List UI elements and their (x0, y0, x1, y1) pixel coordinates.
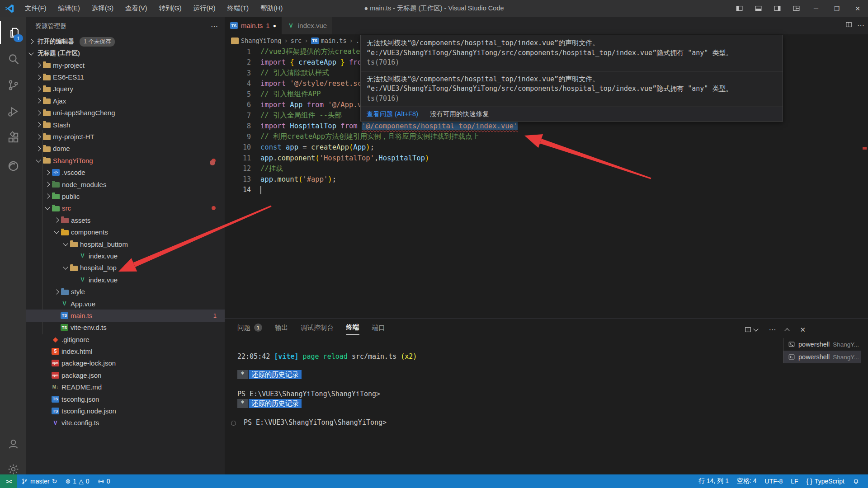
layout-panel-icon[interactable] (749, 0, 768, 17)
menu-item[interactable]: 选择(S) (87, 2, 118, 14)
activity-item-account[interactable] (0, 432, 26, 455)
status-right-item-3[interactable]: LF (787, 474, 802, 488)
terminal-instance-1[interactable]: powershellShangY... (783, 338, 861, 351)
broadcast-icon (98, 478, 104, 485)
tree-item-hospital_buttom[interactable]: hospital_buttom (26, 238, 225, 250)
status-right-item-2[interactable]: UTF-8 (761, 474, 787, 488)
menu-item[interactable]: 运行(R) (188, 2, 220, 14)
tree-item-Jquery[interactable]: Jquery (26, 83, 225, 95)
menu-item[interactable]: 帮助(H) (255, 2, 288, 14)
tree-item-hospital_top[interactable]: hospital_top (26, 262, 225, 274)
editor-more-icon[interactable]: ⋯ (857, 21, 864, 30)
maximize-button[interactable]: ❐ (826, 0, 847, 17)
split-editor-icon[interactable] (845, 21, 853, 30)
terminal-output[interactable]: 22:05:42 [vite] page reload src/main.ts … (237, 319, 775, 475)
tree-item-assets[interactable]: assets (26, 214, 225, 226)
tree-item-vite.config.ts[interactable]: Vvite.config.ts (26, 417, 225, 429)
status-right-item-1[interactable]: 空格: 4 (733, 474, 761, 488)
tree-item-package-lock.json[interactable]: npmpackage-lock.json (26, 357, 225, 369)
tree-item-public[interactable]: public (26, 190, 225, 202)
workspace-section[interactable]: 无标题 (工作区) (26, 47, 225, 59)
menu-item[interactable]: 查看(V) (120, 2, 152, 14)
panel-close-icon[interactable]: ✕ (800, 326, 806, 334)
tree-item-index.vue[interactable]: Vindex.vue (26, 274, 225, 286)
customize-layout-icon[interactable] (787, 0, 806, 17)
tree-item-vite-env.d.ts[interactable]: TSvite-env.d.ts (26, 322, 225, 333)
tree-item-README.md[interactable]: M↓README.md (26, 381, 225, 393)
sidebar-more-icon[interactable]: ⋯ (211, 22, 218, 31)
tree-item-.gitignore[interactable]: ◆.gitignore (26, 333, 225, 345)
code-line[interactable]: 14 (225, 185, 868, 196)
tab-index_vue[interactable]: Vindex.vue (282, 17, 333, 34)
minimize-button[interactable]: ─ (806, 0, 826, 17)
tree-item-node_modules[interactable]: node_modules (26, 178, 225, 190)
editor-scrollbar[interactable] (862, 35, 868, 315)
activity-item-explorer[interactable]: 1 (0, 21, 27, 44)
tree-item-main.ts[interactable]: TSmain.ts1 (26, 310, 225, 321)
tree-item-Ajax[interactable]: Ajax (26, 95, 225, 107)
terminal-line-prompt-1: PS E:\VUE3\ShangYiTong\ShangYiTong> (237, 390, 380, 398)
breadcrumb[interactable]: ShangYiTong›src›TSmain.ts›.. (231, 36, 363, 46)
tree-item-dome[interactable]: dome (26, 143, 225, 155)
tree-item-ES6-ES11[interactable]: ES6-ES11 (26, 71, 225, 83)
restore-history-button[interactable]: 还原的历史记录 (249, 399, 302, 408)
status-right-item-0[interactable]: 行 14, 列 1 (694, 474, 733, 488)
tree-item-uni-appShangCheng[interactable]: uni-appShangCheng (26, 107, 225, 119)
code-line[interactable]: 12//挂载 (225, 164, 868, 174)
problems-item[interactable]: ⊗ 1 △ 0 (61, 474, 94, 488)
tab-main_ts[interactable]: TSmain.ts1● (225, 17, 282, 34)
layout-secondary-sidebar-icon[interactable] (768, 0, 787, 17)
view-problem-link[interactable]: 查看问题 (Alt+F8) (367, 110, 418, 118)
activity-item-search[interactable] (0, 47, 26, 70)
tree-item-label: index.vue (89, 276, 118, 284)
tree-item-my-project[interactable]: my-project (26, 59, 225, 71)
tree-item-package.json[interactable]: npmpackage.json (26, 369, 225, 381)
ts-file-icon: TS (230, 22, 238, 29)
code-line[interactable]: 10const app = createApp(App); (225, 142, 868, 153)
terminal-instance-2[interactable]: powershellShangY... (783, 351, 861, 363)
activity-item-extensions[interactable] (0, 126, 26, 149)
activity-item-source-control[interactable] (0, 74, 26, 96)
f-style-folder-icon (61, 290, 69, 295)
git-branch-item[interactable]: master ↻ (17, 474, 61, 488)
close-button[interactable]: ✕ (847, 0, 868, 17)
notifications-bell-icon[interactable] (849, 474, 863, 488)
breadcrumb-item[interactable]: TSmain.ts (311, 37, 347, 44)
restore-history-button[interactable]: 还原的历史记录 (249, 370, 302, 379)
breadcrumb-item[interactable]: src (291, 37, 302, 44)
tree-item-Stash[interactable]: Stash (26, 119, 225, 131)
menu-item[interactable]: 文件(F) (20, 2, 52, 14)
tab-label: main.ts (241, 22, 263, 29)
tree-item-tsconfig.json[interactable]: TStsconfig.json (26, 393, 225, 405)
tree-item-index.vue[interactable]: Vindex.vue (26, 250, 225, 262)
language-mode-item[interactable]: { }TypeScript (802, 474, 849, 488)
tree-item-src[interactable]: src (26, 202, 225, 214)
code-line[interactable]: 13app.mount('#app'); (225, 174, 868, 185)
tree-item-label: .gitignore (61, 336, 90, 343)
tree-item-style[interactable]: style (26, 286, 225, 297)
tree-item-ShangYiTong[interactable]: ShangYiTong (26, 155, 225, 166)
code-line[interactable]: 8import HospitalTop from '@/components/h… (225, 121, 868, 132)
ports-item[interactable]: 0 (94, 474, 114, 488)
activity-item-run-debug[interactable] (0, 100, 26, 122)
layout-sidebar-icon[interactable] (730, 0, 749, 17)
tree-item-App.vue[interactable]: VApp.vue (26, 298, 225, 310)
tree-item-.vscode[interactable]: </>.vscode (26, 167, 225, 178)
menu-item[interactable]: 转到(G) (154, 2, 187, 14)
f-tan-folder-icon (43, 158, 51, 164)
breadcrumb-item[interactable]: ShangYiTong (231, 37, 281, 44)
tree-item-tsconfig.node.json[interactable]: TStsconfig.node.json (26, 405, 225, 417)
code-line[interactable]: 11app.component('HospitalTop',HospitalTo… (225, 153, 868, 164)
activity-item-edge-tools[interactable] (0, 155, 26, 177)
panel-maximize-icon[interactable] (785, 328, 790, 333)
tree-item-label: src (62, 204, 71, 212)
menu-item[interactable]: 编辑(E) (53, 2, 85, 14)
remote-indicator[interactable]: >< (0, 474, 17, 488)
code-line[interactable]: 9// 利用createApp方法创建引用实例，且将应用实例挂载到挂载点上 (225, 131, 868, 142)
menu-item[interactable]: 终端(T) (222, 2, 254, 14)
open-editors-section[interactable]: 打开的编辑器 1 个未保存 (26, 36, 225, 47)
chevron-right-icon (36, 86, 41, 91)
tree-item-index.html[interactable]: 5index.html (26, 345, 225, 357)
tree-item-my-projrct-HT[interactable]: my-projrct-HT (26, 131, 225, 142)
tree-item-components[interactable]: components (26, 226, 225, 238)
